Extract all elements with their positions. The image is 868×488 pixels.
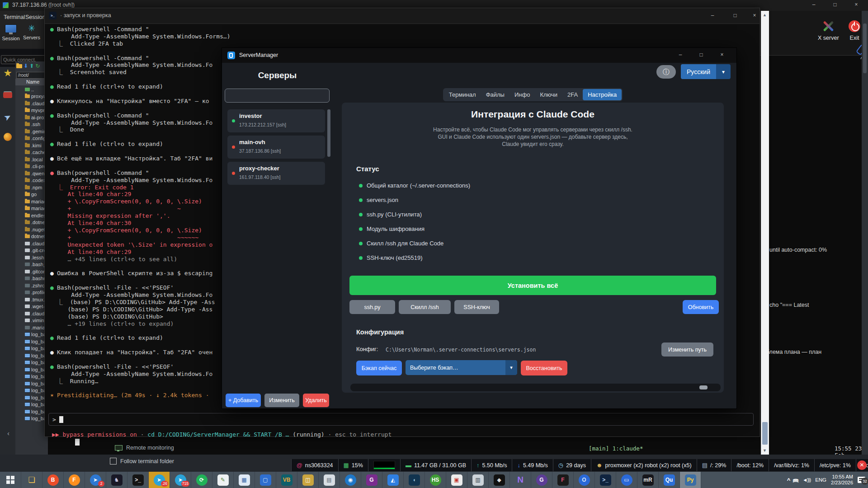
- file-row[interactable]: .cli-proxy: [15, 163, 48, 170]
- taskbar-telegram-2-icon[interactable]: ➤715: [170, 472, 191, 488]
- file-row[interactable]: .dotnet: [15, 219, 48, 226]
- taskbar-sharex-icon[interactable]: ▣: [446, 472, 467, 488]
- taskbar-powershell-icon[interactable]: >_: [595, 472, 616, 488]
- file-row[interactable]: .bash_his: [15, 261, 48, 268]
- collapse-sidebar-icon[interactable]: ‹: [7, 429, 9, 437]
- install-all-button[interactable]: Установить всё: [349, 276, 716, 295]
- close-icon[interactable]: ×: [748, 12, 761, 20]
- taskbar-notepad-edit-icon[interactable]: ✎: [212, 472, 234, 488]
- file-row[interactable]: log_backu: [15, 331, 48, 338]
- file-row[interactable]: .codex: [15, 177, 48, 184]
- taskbar-sync-icon[interactable]: ⟳: [191, 472, 212, 488]
- tab-Настройка[interactable]: Настройка: [583, 89, 622, 100]
- session-button[interactable]: Session: [1, 24, 21, 41]
- restore-button[interactable]: Восстановить: [521, 361, 567, 375]
- exit-button[interactable]: Exit: [849, 20, 860, 41]
- file-row[interactable]: .bashrc: [15, 275, 48, 282]
- taskbar-cmd-icon[interactable]: >_: [127, 472, 149, 488]
- refresh-icon[interactable]: ↻: [35, 63, 40, 69]
- scrollbar-thumb[interactable]: [699, 385, 708, 389]
- notifications-icon[interactable]: 32: [858, 477, 865, 483]
- tray-chevron-icon[interactable]: ^: [787, 477, 791, 483]
- scroll-up-icon[interactable]: ▲: [763, 13, 767, 17]
- file-row[interactable]: .lesshst: [15, 254, 48, 261]
- taskbar-system-monitor-icon[interactable]: ▥: [467, 472, 489, 488]
- file-row[interactable]: .config: [15, 135, 48, 142]
- taskbar-db-tools-icon[interactable]: ◫: [297, 472, 319, 488]
- file-row[interactable]: .kimi: [15, 142, 48, 149]
- taskbar-python-icon[interactable]: Py: [680, 472, 701, 488]
- file-row[interactable]: .ssh: [15, 121, 48, 128]
- server-item-investor[interactable]: investor173.212.212.157 [ssh]: [227, 109, 325, 132]
- tab-2FA[interactable]: 2FA: [562, 89, 583, 100]
- server-search-input[interactable]: [225, 89, 330, 103]
- taskbar-notepad-icon[interactable]: ▤: [319, 472, 340, 488]
- tab-Файлы[interactable]: Файлы: [481, 89, 509, 100]
- file-row[interactable]: log_backu: [15, 408, 48, 415]
- refresh-button[interactable]: Обновить: [683, 300, 719, 314]
- download-icon[interactable]: ⬇: [24, 63, 28, 69]
- info-button[interactable]: ⓘ: [656, 65, 676, 79]
- server-item-proxy-checker[interactable]: proxy-checker161.97.118.40 [ssh]: [227, 162, 325, 185]
- taskbar-firefox-icon[interactable]: F: [64, 472, 85, 488]
- file-row[interactable]: log_backu: [15, 415, 48, 422]
- backup-select[interactable]: Выберите бэкап… ▾: [406, 360, 517, 375]
- file-row[interactable]: .claude.js: [15, 240, 48, 247]
- close-icon[interactable]: ×: [849, 1, 863, 9]
- minimize-icon[interactable]: –: [674, 51, 687, 59]
- taskbar-game-icon[interactable]: ♞: [106, 472, 127, 488]
- file-row[interactable]: .profile: [15, 289, 48, 296]
- server-item-main-ovh[interactable]: main-ovh37.187.136.86 [ssh]: [227, 136, 325, 159]
- taskbar-mremoteng-icon[interactable]: mR: [637, 472, 659, 488]
- file-row[interactable]: .npm: [15, 184, 48, 191]
- file-row[interactable]: .cache: [15, 149, 48, 156]
- server-add-button[interactable]: + Добавить: [226, 394, 261, 407]
- file-row[interactable]: .qwen: [15, 170, 48, 177]
- clock[interactable]: 10:55 AM 2/23/2026: [831, 474, 853, 486]
- taskbar-g-doc-icon[interactable]: G: [361, 472, 382, 488]
- minimize-icon[interactable]: –: [706, 12, 719, 20]
- file-row[interactable]: .local: [15, 156, 48, 163]
- favorites-icon[interactable]: ★: [2, 68, 13, 79]
- file-row[interactable]: .viminfo: [15, 317, 48, 324]
- statusbar-close-icon[interactable]: ✕: [857, 460, 867, 470]
- taskbar-telegram-icon[interactable]: ➤.26: [149, 472, 170, 488]
- component-button-1[interactable]: ssh.py: [349, 300, 395, 314]
- file-row[interactable]: .claude: [15, 100, 48, 107]
- x-server-button[interactable]: X server: [818, 20, 839, 41]
- taskbar-mariadb-icon[interactable]: ◖: [404, 472, 425, 488]
- file-row[interactable]: log_backu: [15, 345, 48, 352]
- session-scrollbar[interactable]: ▲ ▼: [761, 11, 769, 455]
- taskbar-calculator-icon[interactable]: ▦: [234, 472, 255, 488]
- scrollbar-thumb[interactable]: [762, 422, 768, 445]
- volume-icon[interactable]: ◄))): [802, 477, 811, 483]
- upload-icon[interactable]: ⬆: [29, 63, 34, 69]
- language-indicator[interactable]: ENG: [815, 477, 826, 483]
- file-row[interactable]: mariadb-c: [15, 205, 48, 212]
- path-input[interactable]: [16, 72, 47, 79]
- taskbar-heidisql-icon[interactable]: HS: [425, 472, 446, 488]
- file-row[interactable]: .mariadb_: [15, 324, 48, 331]
- component-button-2[interactable]: Скилл /ssh: [399, 300, 451, 314]
- follow-terminal-checkbox[interactable]: [110, 458, 117, 465]
- server-delete-button[interactable]: Удалить: [303, 394, 329, 407]
- taskbar-photos-icon[interactable]: ◭: [382, 472, 404, 488]
- file-row[interactable]: myvpn: [15, 107, 48, 114]
- tab-Терминал[interactable]: Терминал: [444, 89, 481, 100]
- component-button-3[interactable]: SSH-ключ: [454, 300, 499, 314]
- tab-Инфо[interactable]: Инфо: [509, 89, 535, 100]
- taskbar-dbeaver-icon[interactable]: ◉: [340, 472, 361, 488]
- file-row[interactable]: log_backu: [15, 394, 48, 401]
- taskbar-anydesk-icon[interactable]: ▭: [616, 472, 637, 488]
- file-row[interactable]: go: [15, 191, 48, 198]
- taskbar-start-icon[interactable]: [0, 472, 21, 488]
- close-icon[interactable]: ×: [715, 51, 729, 59]
- file-row[interactable]: log_backu: [15, 338, 48, 345]
- globe-icon[interactable]: [2, 133, 13, 144]
- window-edge-scrollbar[interactable]: [862, 11, 868, 455]
- taskbar-figma-icon[interactable]: F: [552, 472, 574, 488]
- server-list-scrollbar[interactable]: [327, 109, 330, 157]
- send-icon[interactable]: ➤: [0, 110, 15, 125]
- file-row[interactable]: endlessh: [15, 212, 48, 219]
- file-row[interactable]: log_backu: [15, 387, 48, 394]
